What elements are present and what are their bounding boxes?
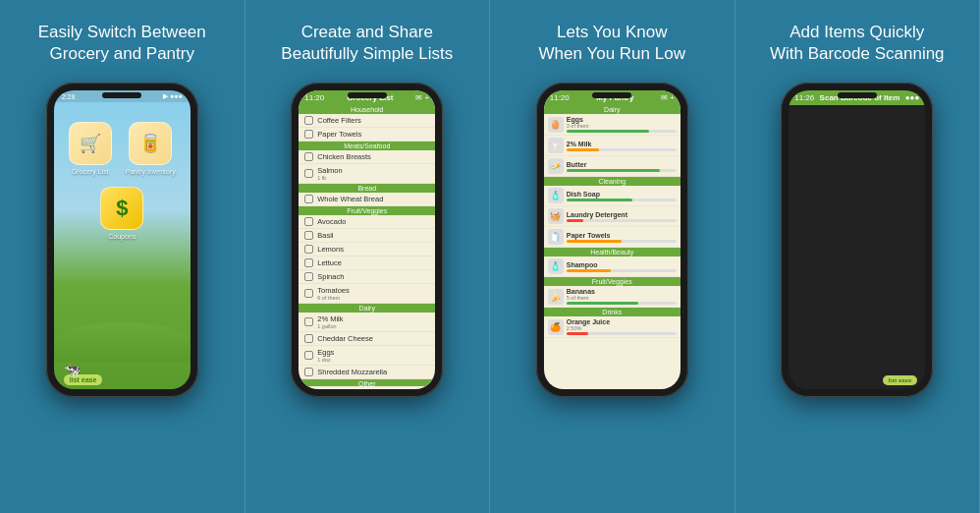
panel4-title: Add Items QuicklyWith Barcode Scanning	[770, 18, 945, 69]
section-bread: Bread	[299, 184, 435, 193]
pantry-content: Dairy 🥚 Eggs 3 of them 🥛 2% Milk	[544, 105, 681, 386]
section-dairy: Dairy	[299, 304, 435, 313]
pantry-bananas-info: Bananas 5 of them	[567, 288, 677, 305]
panel-grocery-pantry: Easily Switch BetweenGrocery and Pantry …	[0, 0, 245, 513]
list-item-tomatoes: Tomatoes6 of them	[299, 284, 435, 304]
pantry-laundry-thumb: 🧺	[548, 208, 564, 224]
pantry-section-drinks: Drinks	[544, 308, 681, 316]
checkbox[interactable]	[304, 317, 313, 326]
phone3: 11:20 My Pantry ✉ + Dairy 🥚 Eggs 3 of th…	[536, 83, 688, 397]
phone2-actions: ✉ +	[415, 93, 429, 102]
checkbox[interactable]	[304, 334, 313, 343]
pantry-section-dairy: Dairy	[544, 105, 681, 114]
checkbox[interactable]	[304, 217, 313, 226]
list-item-avocado: Avocado	[299, 215, 435, 229]
phone4-signal: ●●●	[905, 93, 920, 102]
pantry-icon-wrapper[interactable]: 🥫 Pantry Inventory	[126, 122, 176, 175]
pantry-section-fruit: Fruit/Veggies	[544, 277, 681, 286]
list-item-paper-towels: Paper Towels	[299, 128, 435, 142]
pantry-butter: 🧈 Butter	[544, 156, 681, 177]
list-item-mozzarella: Shredded Mozzarella	[299, 366, 435, 379]
phone1-bottom-logos: 🐄 list ease	[54, 374, 191, 385]
panel3-title: Lets You KnowWhen You Run Low	[539, 18, 685, 69]
phone1-time: 2:28	[62, 93, 76, 100]
phone3-actions: ✉ +	[661, 93, 675, 102]
phone3-time: 11:20	[550, 93, 570, 102]
coupon-icon: $	[100, 187, 143, 230]
screen1-scenery	[54, 303, 191, 362]
pantry-oj: 🍊 Orange Juice 2.50%	[544, 316, 681, 338]
grocery-list-content: Household Coffee Filters Paper Towels Me…	[299, 105, 435, 386]
section-fruit: Fruit/Veggies	[299, 206, 435, 215]
pantry-butter-thumb: 🧈	[548, 158, 564, 174]
checkbox[interactable]	[304, 258, 313, 267]
list-item-spinach: Spinach	[299, 270, 435, 284]
pantry-section-cleaning: Cleaning	[544, 177, 681, 186]
list-item-salmon: Salmon1 lb	[299, 164, 435, 184]
section-other: Other	[299, 379, 435, 386]
pantry-milk: 🥛 2% Milk	[544, 136, 681, 156]
pantry-milk-info: 2% Milk	[567, 141, 677, 151]
checkbox[interactable]	[304, 152, 313, 161]
pantry-milk-thumb: 🥛	[548, 138, 564, 153]
panel-pantry: Lets You KnowWhen You Run Low 11:20 My P…	[490, 0, 735, 513]
phone4-bottom-logo: list ease	[883, 375, 918, 385]
list-item-coffee-filters: Coffee Filters	[299, 114, 435, 128]
pantry-shampoo-thumb: 🧴	[548, 258, 564, 274]
phone1-icons-row: 🛒 Grocery List 🥫 Pantry Inventory	[54, 102, 191, 183]
checkbox[interactable]	[304, 130, 313, 139]
pantry-shampoo-info: Shampoo	[567, 261, 677, 272]
panel-grocery-list: Create and ShareBeautifully Simple Lists…	[245, 0, 491, 513]
checkbox[interactable]	[304, 289, 313, 298]
pantry-papertowels-thumb: 🧻	[548, 229, 564, 245]
grocery-list-icon-wrapper[interactable]: 🛒 Grocery List	[69, 122, 112, 175]
grocery-list-label: Grocery List	[72, 168, 109, 175]
phone4-time: 11:26	[794, 93, 814, 102]
phone2: 11:20 Grocery List ✉ + Household Coffee …	[291, 83, 443, 397]
checkbox[interactable]	[304, 195, 313, 203]
pantry-shampoo: 🧴 Shampoo	[544, 256, 681, 277]
section-household: Household	[299, 105, 435, 114]
checkbox[interactable]	[304, 272, 313, 281]
list-item-cheddar: Cheddar Cheese	[299, 332, 435, 346]
checkbox[interactable]	[304, 116, 313, 125]
checkbox[interactable]	[304, 231, 313, 240]
phone4-screen: 11:26 Scan Barcode of Item ●●●	[789, 90, 925, 389]
pantry-eggs-thumb: 🥚	[548, 117, 564, 133]
coupon-label: Coupons	[108, 233, 136, 240]
phone4: 11:26 Scan Barcode of Item ●●●	[781, 83, 933, 397]
list-item-wheat-bread: Whole Wheat Bread	[299, 193, 435, 206]
pantry-bananas: 🍌 Bananas 5 of them	[544, 286, 681, 308]
pantry-section-health: Health/Beauty	[544, 248, 681, 256]
phone3-notch	[592, 92, 631, 98]
list-item-eggs: Eggs1 doz	[299, 346, 435, 366]
checkbox[interactable]	[304, 169, 313, 178]
pantry-dishsoap: 🧴 Dish Soap	[544, 186, 681, 206]
listease-logo4: list ease	[883, 375, 918, 385]
panel-barcode: Add Items QuicklyWith Barcode Scanning 1…	[735, 0, 981, 513]
pantry-eggs-info: Eggs 3 of them	[567, 116, 677, 133]
pantry-papertowels: 🧻 Paper Towels	[544, 227, 681, 248]
checkbox[interactable]	[304, 245, 313, 254]
pantry-oj-info: Orange Juice 2.50%	[567, 318, 677, 335]
coupon-icon-wrapper: $ Coupons	[54, 183, 191, 244]
list-item-basil: Basil	[299, 229, 435, 243]
list-item-lemons: Lemons	[299, 243, 435, 256]
pantry-papertowels-info: Paper Towels	[567, 232, 677, 243]
phone2-notch	[348, 92, 387, 98]
phone2-screen: 11:20 Grocery List ✉ + Household Coffee …	[299, 90, 435, 389]
pantry-label: Pantry Inventory	[126, 168, 176, 175]
pantry-dishsoap-thumb: 🧴	[548, 188, 564, 203]
pantry-laundry: 🧺 Laundry Detergent	[544, 206, 681, 227]
phone1: 2:28 ▶ ●●● 🛒 Grocery List 🥫 Pantry Inven…	[46, 83, 198, 397]
pantry-laundry-info: Laundry Detergent	[567, 211, 677, 222]
checkbox[interactable]	[304, 351, 313, 360]
pantry-oj-thumb: 🍊	[548, 319, 564, 335]
panel1-title: Easily Switch BetweenGrocery and Pantry	[38, 18, 206, 69]
cow-icon: 🐄	[64, 362, 81, 377]
phone4-notch	[838, 92, 877, 98]
pantry-butter-info: Butter	[567, 161, 677, 172]
checkbox[interactable]	[304, 368, 313, 376]
phone1-signal: ▶ ●●●	[163, 92, 183, 100]
coupon-app-wrapper[interactable]: $ Coupons	[100, 187, 143, 240]
